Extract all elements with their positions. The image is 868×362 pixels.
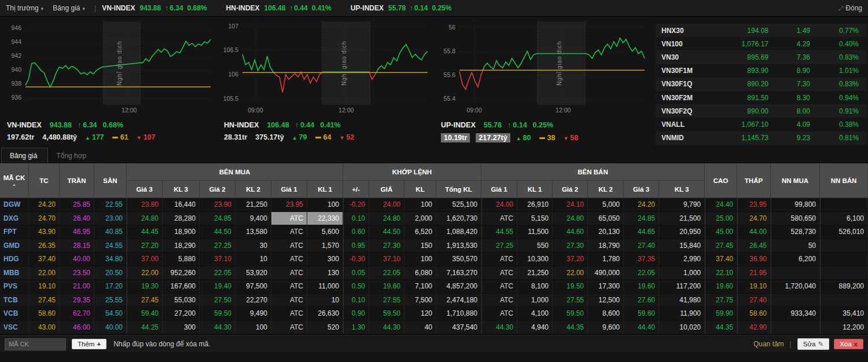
- cell-buy-2: 28,280: [163, 212, 200, 226]
- index-row-vn30f1q[interactable]: VN30F1Q890.207.300.83%: [656, 78, 867, 91]
- menu-bang-gia[interactable]: Bảng giá▾: [53, 4, 85, 12]
- cell-value: 65,050: [598, 214, 620, 222]
- cell-match-2: 44.30: [369, 321, 404, 335]
- up-arrow-icon: ↑: [295, 121, 299, 129]
- cell-value: 24.80: [567, 214, 584, 222]
- table-row-PVS[interactable]: PVS19.1021.0017.2019.30167,60019.4097,50…: [0, 280, 868, 294]
- delete-label: Xóa: [840, 341, 851, 348]
- cell-buy-1: 44.45: [127, 225, 163, 239]
- cell-match-2: 19.60: [369, 280, 404, 294]
- index-row-vnall[interactable]: VNALL1,067.104.090.38%: [656, 118, 867, 131]
- cell-value: 40.00: [73, 255, 90, 263]
- index-row-vn100[interactable]: VN1001,076.174.290.40%: [656, 37, 867, 50]
- cell-sell-1: ATC: [481, 280, 517, 294]
- cell-value: 27.45: [141, 296, 159, 304]
- topbar-indices: VN-INDEX943.88↑6.340.68%HN-INDEX106.48↑0…: [102, 4, 470, 12]
- watchlist-link[interactable]: Quan tâm: [753, 340, 784, 348]
- cell-nn-ban: 12,200: [820, 321, 868, 335]
- cell-match-4: 2,474,180: [436, 294, 481, 308]
- cell-tran: 28.15: [60, 239, 94, 253]
- cell-match-1: 0.60: [343, 225, 369, 239]
- cell-sell-2: 1,000: [517, 294, 553, 308]
- price-table-body: DGW24.2025.8522.5523.8016,44023.9021,250…: [0, 198, 868, 334]
- cell-value: 27.45: [716, 242, 733, 250]
- price-table-header: MÃ CK▲TCTRẦNSÀNBÊN MUAGiá 3KL 3Giá 2KL 2…: [0, 163, 868, 198]
- index-row-vn30f2m[interactable]: VN30F2M891.508.300.94%: [656, 91, 867, 104]
- cell-thap: 26.45: [737, 239, 771, 253]
- index-pct: 0.38%: [810, 120, 859, 129]
- bottom-toolbar: Thêm+ Nhấp đúp vào dòng để xóa mã. Quan …: [0, 335, 868, 352]
- table-row-TCB[interactable]: TCB27.4529.3525.5527.4555,03027.5022,270…: [0, 294, 868, 308]
- header-ma-ck[interactable]: MÃ CK▲: [0, 163, 29, 198]
- cell-sell-3: 22.00: [553, 266, 588, 280]
- cell-value: 6,520: [415, 228, 432, 236]
- menu-thi-truong[interactable]: Thị trường▾: [6, 4, 43, 12]
- table-row-FPT[interactable]: FPT43.9046.9540.8544.4518,90044.5013,580…: [0, 225, 868, 239]
- index-row-vnmid[interactable]: VNMID1,145.739.230.81%: [656, 131, 867, 145]
- cell-nn-mua: 933,340: [771, 307, 820, 321]
- index-row-hnx30[interactable]: HNX30194.081.490.77%: [656, 24, 867, 37]
- cell-match-4: 437,540: [436, 321, 481, 335]
- table-row-VCB[interactable]: VCB58.6062.7054.5059.4027,20059.509,490A…: [0, 307, 868, 321]
- tab-tong-hop[interactable]: Tổng hợp: [48, 148, 97, 163]
- cell-value: 97,500: [246, 282, 267, 290]
- cell-value: 18,290: [174, 242, 196, 250]
- cell-value: 24.55: [105, 242, 123, 250]
- header-label: Giá 2: [562, 186, 578, 193]
- cell-buy-3: 27.50: [200, 294, 236, 308]
- cell-value: 10,300: [527, 255, 549, 263]
- cell-value: 17.20: [105, 282, 123, 290]
- cell-value: 27.60: [638, 296, 655, 304]
- table-row-DXG[interactable]: DXG24.7026.4023.0024.8028,28024.859,400A…: [0, 212, 868, 226]
- table-row-GMD[interactable]: GMD26.3528.1524.5527.2018,29027.2530ATC1…: [0, 239, 868, 253]
- toolbar-divider: |: [790, 340, 792, 348]
- cell-value: 300: [184, 323, 196, 331]
- cell-value: 25.85: [73, 200, 90, 209]
- chart-panel-hn-index: 105.5106106.5107Nghỉ giao dịch09:0012:00…: [217, 17, 434, 147]
- delete-button[interactable]: Xóax: [834, 339, 863, 349]
- cell-buy-1: 24.80: [127, 212, 163, 226]
- cell-match-1: 0.10: [343, 294, 369, 308]
- cell-sell-2: 550: [517, 239, 553, 253]
- cell-value: 0.10: [352, 214, 365, 222]
- add-symbol-button[interactable]: Thêm+: [72, 339, 106, 349]
- cell-nn-ban: 6,100: [820, 212, 868, 226]
- cell-value: 2,000: [415, 214, 432, 222]
- up-arrow-icon: ↑: [78, 121, 81, 129]
- edit-button[interactable]: Sửa✎: [797, 338, 829, 350]
- svg-text:106.5: 106.5: [223, 46, 238, 53]
- cell-value: 37.10: [214, 255, 231, 263]
- table-row-VSC[interactable]: VSC43.0046.0040.0044.2530044.30100ATC520…: [0, 321, 868, 335]
- cell-thap: 24.70: [737, 212, 771, 226]
- index-row-vn30f1m[interactable]: VN30F1M893.908.901.01%: [656, 64, 867, 78]
- unchanged-count: 38: [539, 134, 556, 142]
- cell-value: ATC: [290, 323, 303, 331]
- table-row-DGW[interactable]: DGW24.2025.8522.5523.8016,44023.9021,250…: [0, 198, 868, 212]
- cell-value: ATC: [290, 255, 303, 263]
- cell-nn-ban: [820, 239, 868, 253]
- cell-buy-5: ATC: [271, 280, 307, 294]
- cell-buy-3: 23.90: [200, 198, 236, 212]
- cell-value: 59.40: [141, 309, 159, 317]
- cell-value: 36.90: [749, 255, 767, 263]
- chart-index-change: 0.44: [300, 121, 314, 129]
- cell-value: 5,000: [602, 200, 620, 209]
- close-button[interactable]: ⤢Đóng: [838, 4, 863, 12]
- index-row-vn30[interactable]: VN30895.697.360.83%: [656, 50, 867, 64]
- index-row-vn30f2q[interactable]: VN30F2Q890.008.000.91%: [656, 104, 867, 118]
- cell-value: 27.55: [567, 296, 584, 304]
- table-row-HDG[interactable]: HDG37.4040.0034.8037.005,88037.1010ATC30…: [0, 253, 868, 266]
- index-name: VN30F1M: [661, 67, 715, 75]
- cell-sell-4: 490,000: [588, 266, 624, 280]
- cell-value: 24.85: [638, 214, 655, 222]
- cell-value: 27.40: [638, 242, 655, 250]
- symbol-input[interactable]: [5, 338, 66, 350]
- cell-sell-1: ATC: [481, 212, 517, 226]
- cell-match-3: 100: [404, 198, 436, 212]
- cell-value: 0.10: [352, 296, 365, 304]
- cell-value: 58.60: [38, 309, 56, 317]
- table-row-MBB[interactable]: MBB22.0023.5020.5022.00952,26022.0553,92…: [0, 266, 868, 280]
- advancers-count: ▲79: [292, 133, 307, 141]
- tab-bang-gia[interactable]: Bảng giá: [1, 148, 48, 163]
- cell-tc: 37.40: [29, 253, 60, 266]
